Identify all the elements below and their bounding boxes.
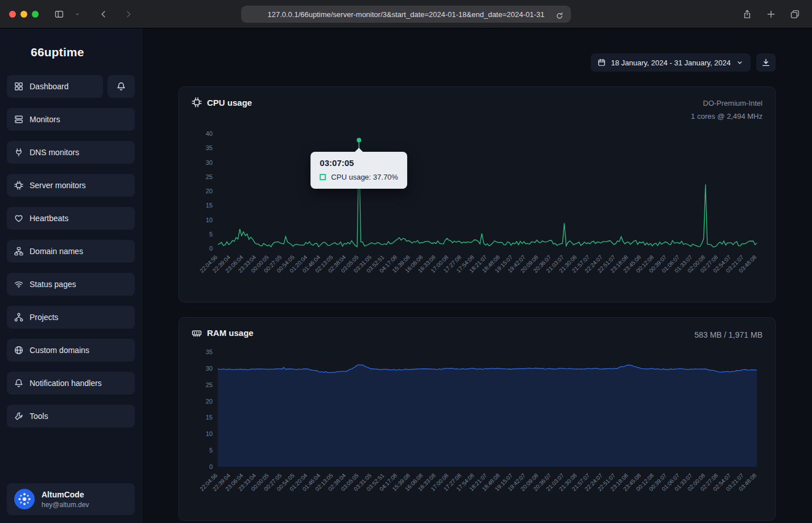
download-icon [761, 58, 770, 67]
sidebar-item-tools[interactable]: Tools [7, 405, 135, 427]
sidebar-item-label: DNS monitors [30, 148, 79, 157]
sidebar-item-dns-monitors[interactable]: DNS monitors [7, 141, 135, 164]
address-bar[interactable]: 127.0.0.1/66uptime/server-monitor/3&star… [241, 6, 571, 23]
bell-icon [117, 82, 126, 91]
svg-text:15: 15 [206, 202, 213, 209]
sidebar-nav: DashboardMonitorsDNS monitorsServer moni… [7, 75, 135, 438]
ram-chart: 0510152025303522:04:5622:39:0423:06:0423… [192, 344, 763, 514]
show-tabs-button[interactable] [787, 6, 803, 22]
chip-icon [14, 181, 23, 190]
svg-text:0: 0 [209, 463, 213, 470]
cpu-chart: 051015202530354022:04:5622:39:0423:06:04… [192, 126, 763, 296]
url-text: 127.0.0.1/66uptime/server-monitor/3&star… [267, 10, 544, 19]
account-card[interactable]: AltumCode hey@altum.dev [7, 483, 135, 515]
tooltip-text: CPU usage: 37.70% [331, 173, 398, 181]
back-button[interactable] [96, 6, 111, 22]
sidebar-item-label: Heartbeats [30, 214, 68, 223]
svg-text:15: 15 [206, 414, 213, 421]
sidebar-toggle-icon [55, 10, 64, 19]
app-shell: 66uptime DashboardMonitorsDNS monitorsSe… [0, 28, 812, 523]
notifications-button[interactable] [107, 75, 135, 98]
wifi-icon [14, 280, 23, 289]
grid-icon [14, 82, 23, 91]
branch-icon [14, 313, 23, 322]
tabs-icon [790, 10, 799, 19]
ram-icon [192, 328, 202, 338]
cpu-card-title: CPU usage [207, 98, 252, 107]
svg-text:25: 25 [206, 381, 213, 388]
sidebar-item-heartbeats[interactable]: Heartbeats [7, 207, 135, 230]
sidebar: 66uptime DashboardMonitorsDNS monitorsSe… [0, 28, 142, 523]
cpu-chart-area[interactable]: 051015202530354022:04:5622:39:0423:06:04… [192, 126, 763, 296]
share-button[interactable] [739, 6, 755, 22]
svg-text:30: 30 [206, 159, 213, 165]
zoom-window-button[interactable] [32, 11, 39, 18]
sidebar-item-label: Domain names [30, 247, 83, 256]
sidebar-item-label: Projects [30, 313, 59, 322]
sidebar-item-notification-handlers[interactable]: Notification handlers [7, 372, 135, 395]
chevron-left-icon [99, 10, 108, 19]
heart-icon [14, 214, 23, 223]
chevron-right-icon [124, 10, 133, 19]
date-range-button[interactable]: 18 January, 2024 - 31 January, 2024 [591, 53, 751, 72]
minimize-window-button[interactable] [20, 11, 27, 18]
svg-text:5: 5 [209, 447, 213, 454]
sitemap-icon [14, 247, 23, 256]
plus-icon [767, 10, 776, 19]
browser-titlebar: 127.0.0.1/66uptime/server-monitor/3&star… [0, 0, 812, 28]
reload-icon [556, 12, 564, 20]
wrench-icon [14, 412, 23, 421]
sidebar-item-label: Status pages [30, 280, 76, 289]
svg-text:40: 40 [206, 130, 213, 137]
account-email: hey@altum.dev [42, 501, 89, 509]
cpu-usage-card: CPU usage DO-Premium-Intel 1 cores @ 2,4… [179, 86, 776, 302]
svg-text:30: 30 [206, 365, 213, 372]
cpu-icon [192, 97, 202, 107]
svg-text:20: 20 [206, 188, 213, 194]
main-content: 18 January, 2024 - 31 January, 2024 CPU … [142, 28, 812, 523]
altumcode-logo [14, 488, 35, 510]
sidebar-item-status-pages[interactable]: Status pages [7, 273, 135, 296]
sidebar-item-label: Tools [30, 412, 48, 421]
sidebar-toggle-button[interactable] [51, 6, 67, 22]
sidebar-item-server-monitors[interactable]: Server monitors [7, 174, 135, 197]
sidebar-item-domain-names[interactable]: Domain names [7, 240, 135, 263]
ram-usage-card: RAM usage 583 MB / 1,971 MB 051015202530… [179, 317, 776, 521]
svg-text:5: 5 [209, 230, 213, 237]
forward-button[interactable] [121, 6, 136, 22]
svg-text:35: 35 [206, 348, 213, 355]
calendar-icon [598, 59, 606, 67]
sidebar-item-label: Notification handlers [30, 379, 102, 388]
sidebar-item-monitors[interactable]: Monitors [7, 108, 135, 131]
svg-text:10: 10 [206, 430, 213, 437]
svg-text:20: 20 [206, 398, 213, 405]
tab-group-caret-button[interactable] [69, 6, 85, 22]
svg-text:25: 25 [206, 173, 213, 180]
close-window-button[interactable] [9, 11, 16, 18]
plug-icon [14, 148, 23, 157]
sidebar-item-label: Custom domains [30, 346, 89, 355]
globe-icon [14, 346, 23, 355]
tooltip-time: 03:07:05 [320, 158, 398, 168]
new-tab-button[interactable] [763, 6, 779, 22]
ram-usage-value: 583 MB / 1,971 MB [694, 328, 763, 342]
page-toolbar: 18 January, 2024 - 31 January, 2024 [179, 53, 776, 72]
sidebar-item-label: Monitors [30, 115, 60, 124]
svg-text:0: 0 [209, 245, 213, 252]
share-icon [743, 10, 752, 19]
chevron-down-icon [74, 11, 80, 17]
account-name: AltumCode [42, 490, 89, 499]
reload-button[interactable] [552, 8, 567, 24]
bell-icon [14, 379, 23, 388]
sidebar-item-projects[interactable]: Projects [7, 306, 135, 329]
sidebar-item-custom-domains[interactable]: Custom domains [7, 339, 135, 362]
svg-text:10: 10 [206, 216, 213, 223]
server-name: DO-Premium-Intel [691, 97, 763, 110]
tooltip-series-swatch [320, 174, 326, 180]
sidebar-item-dashboard[interactable]: Dashboard [7, 75, 103, 98]
export-button[interactable] [756, 53, 776, 72]
app-logo: 66uptime [7, 28, 135, 75]
sidebar-item-label: Server monitors [30, 181, 86, 190]
chart-tooltip: 03:07:05 CPU usage: 37.70% [310, 152, 407, 189]
ram-chart-area[interactable]: 0510152025303522:04:5622:39:0423:06:0423… [192, 344, 763, 514]
